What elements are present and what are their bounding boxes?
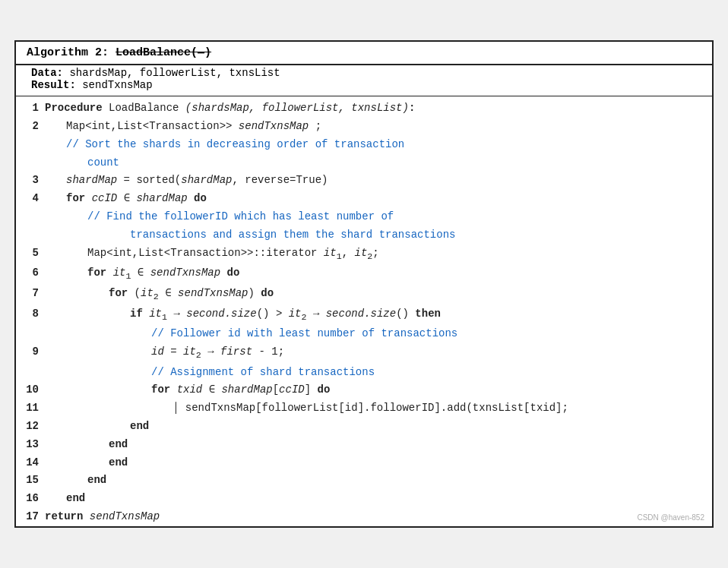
line-4: 4 for ccID ∈ shardMap do — [24, 190, 712, 208]
line-content-comment-find: // Find the followerID which has least n… — [45, 208, 712, 245]
line-content-comment-follower: // Follower id with least number of tran… — [45, 325, 712, 343]
meta-section: Data: shardsMap, followerList, txnsList … — [16, 65, 712, 93]
line-num-6: 6 — [24, 264, 45, 282]
line-content-10: for txid ∈ shardMap[ccID] do — [45, 381, 712, 399]
line-content-4: for ccID ∈ shardMap do — [45, 190, 712, 208]
line-17: 17 return sendTxnsMap — [24, 508, 712, 526]
line-12: 12 end — [24, 418, 712, 436]
line-13: 13 end — [24, 436, 712, 454]
line-content-15: end — [45, 472, 712, 490]
line-num-7: 7 — [24, 285, 45, 303]
watermark: CSDN @haven-852 — [637, 513, 704, 522]
line-5: 5 Map<int,List<Transaction>>::iterator i… — [24, 245, 712, 265]
algorithm-title-prefix: Algorithm 2: — [27, 46, 116, 59]
line-num-15: 15 — [24, 472, 45, 490]
line-content-1: Procedure LoadBalance (shardsMap, follow… — [45, 99, 712, 118]
line-num-16: 16 — [24, 490, 45, 508]
line-8: 8 if it1 → second.size() > it2 → second.… — [24, 305, 712, 326]
line-num-13: 13 — [24, 436, 45, 454]
line-content-17: return sendTxnsMap — [45, 508, 712, 526]
line-num-11: 11 — [24, 399, 45, 418]
result-value: sendTxnsMap — [82, 79, 152, 91]
algorithm-body: 1 Procedure LoadBalance (shardsMap, foll… — [16, 99, 712, 525]
line-content-16: end — [45, 490, 712, 508]
line-content-12: end — [45, 418, 712, 436]
line-2: 2 Map<int,List<Transaction>> sendTxnsMap… — [24, 118, 712, 136]
line-content-6: for it1 ∈ sendTxnsMap do — [45, 264, 712, 285]
line-10: 10 for txid ∈ shardMap[ccID] do — [24, 381, 712, 399]
line-num-2: 2 — [24, 118, 45, 136]
line-num-10: 10 — [24, 381, 45, 399]
line-content-11: │ sendTxnsMap[followerList[id].followerI… — [45, 399, 712, 418]
line-11: 11 │ sendTxnsMap[followerList[id].follow… — [24, 399, 712, 418]
algorithm-title-name: LoadBalance(—) — [116, 46, 211, 59]
line-content-14: end — [45, 454, 712, 472]
line-content-5: Map<int,List<Transaction>>::iterator it1… — [45, 245, 712, 265]
line-3: 3 shardMap = sorted(shardMap, reverse=Tr… — [24, 172, 712, 190]
line-content-comment-assign: // Assignment of shard transactions — [45, 364, 712, 382]
line-num-12: 12 — [24, 418, 45, 436]
line-16: 16 end — [24, 490, 712, 508]
line-comment-sort: // Sort the shards in decreasing order o… — [24, 136, 712, 172]
result-row: Result: sendTxnsMap — [31, 79, 697, 91]
line-content-2: Map<int,List<Transaction>> sendTxnsMap ; — [45, 118, 712, 136]
line-content-3: shardMap = sorted(shardMap, reverse=True… — [45, 172, 712, 190]
line-num-1: 1 — [24, 99, 45, 118]
line-num-5: 5 — [24, 245, 45, 263]
line-comment-find: // Find the followerID which has least n… — [24, 208, 712, 245]
line-num-4: 4 — [24, 190, 45, 208]
data-label: Data: — [31, 67, 63, 79]
line-content-9: id = it2 → first - 1; — [45, 343, 712, 364]
data-row: Data: shardsMap, followerList, txnsList — [31, 67, 697, 79]
line-content-8: if it1 → second.size() > it2 → second.si… — [45, 305, 712, 326]
line-content-7: for (it2 ∈ sendTxnsMap) do — [45, 285, 712, 305]
line-comment-assign: // Assignment of shard transactions — [24, 364, 712, 382]
data-value: shardsMap, followerList, txnsList — [69, 67, 280, 79]
line-num-14: 14 — [24, 454, 45, 472]
line-num-17: 17 — [24, 508, 45, 526]
line-14: 14 end — [24, 454, 712, 472]
line-content-comment-sort: // Sort the shards in decreasing order o… — [45, 136, 712, 172]
line-num-3: 3 — [24, 172, 45, 190]
line-num-9: 9 — [24, 343, 45, 361]
line-1: 1 Procedure LoadBalance (shardsMap, foll… — [24, 99, 712, 118]
line-comment-follower: // Follower id with least number of tran… — [24, 325, 712, 343]
line-6: 6 for it1 ∈ sendTxnsMap do — [24, 264, 712, 285]
line-9: 9 id = it2 → first - 1; — [24, 343, 712, 364]
line-content-13: end — [45, 436, 712, 454]
line-7: 7 for (it2 ∈ sendTxnsMap) do — [24, 285, 712, 305]
algorithm-box: Algorithm 2: LoadBalance(—) Data: shards… — [14, 40, 714, 527]
result-label: Result: — [31, 79, 76, 91]
algorithm-header: Algorithm 2: LoadBalance(—) — [16, 42, 712, 65]
line-15: 15 end — [24, 472, 712, 490]
line-num-8: 8 — [24, 305, 45, 323]
